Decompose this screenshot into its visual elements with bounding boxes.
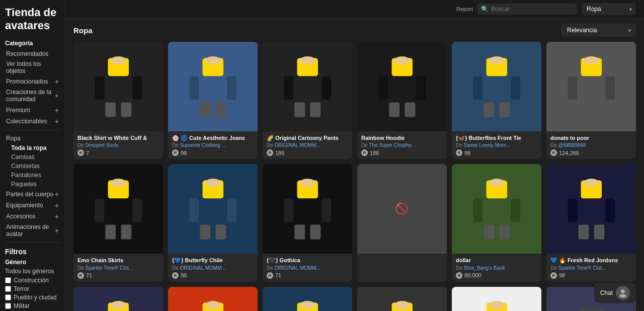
svg-rect-46 [132,199,142,222]
category-select[interactable]: Ropa Accesorios Equipamiento [582,3,636,15]
robux-icon: R [77,149,84,156]
item-card[interactable]: Emo Chain Skirts De Sparkle Time® Clot..… [73,164,163,281]
creator-name[interactable]: Sweet Lovely Mom... [464,142,511,148]
svg-rect-19 [294,102,305,117]
sidebar-item-recomendados[interactable]: Recomendados [5,49,60,59]
creator-name[interactable]: Sparkle Time® Clot... [558,265,606,271]
checkbox-input-construccion[interactable] [5,277,11,283]
item-card[interactable]: Rainbow Hoodie De The Super Chopho... R … [357,42,447,159]
sort-select[interactable]: Relevancia Precio ascendente Precio desc… [561,24,636,37]
item-card[interactable]: {🖤} Gothica De ORIGINAL MOMM... R 71 [263,164,352,281]
sidebar-subitem-camisetas[interactable]: Camisetas [9,162,60,171]
checkbox-input-pueblo[interactable] [5,294,11,300]
svg-rect-76 [594,224,604,239]
sidebar-item-coleccionables[interactable]: Coleccionables + [5,116,60,127]
creator-name[interactable]: @llllllllllllllllllll [558,142,586,148]
item-card[interactable]: Shorts [452,287,541,311]
item-card[interactable]: 🌸 🌀 Cute Aesthetic Jeans De Supreme Clot… [168,42,258,159]
item-card[interactable]: donate to poor De @llllllllllllllllllll … [546,42,636,159]
item-creator: De @llllllllllllllllllll [550,142,632,148]
sidebar-item-premium[interactable]: Premium + [5,105,60,116]
checkbox-input-terror[interactable] [5,286,11,292]
creator-name[interactable]: ORIGINAL MOMM... [275,265,320,271]
item-card[interactable]: ⚡Electro [263,287,352,311]
creator-name[interactable]: ORIGINAL MOMM... [275,142,320,148]
sidebar-item-creaciones[interactable]: Creaciones de la comunidad + [5,87,60,105]
categories-title: Categoría [5,40,60,47]
svg-rect-2 [103,76,134,102]
sidebar-subitem-camisas[interactable]: Camisas [9,152,60,162]
price-value: 80,000 [464,272,481,278]
creator-name[interactable]: Supreme Clothing ... [180,142,226,148]
checkbox-label-construccion: Construcción [14,277,49,284]
price-value: 98 [559,272,565,278]
sidebar-subitem-toda-ropa[interactable]: Toda la ropa [9,143,60,152]
item-name: {🖤} Gothica [267,257,348,264]
item-thumbnail [263,164,352,254]
search-input[interactable] [491,6,574,13]
svg-rect-41 [594,102,604,117]
price-value: 186 [275,150,284,156]
sidebar-item-equipamiento[interactable]: Equipamiento + [5,200,60,211]
item-card[interactable]: Black Shirt w White Cuff & De Dropped So… [73,42,163,159]
sidebar-item-ver-todos[interactable]: Ver todos los objetos [5,59,60,76]
item-card[interactable]: {💙} Butterfly Chile De ORIGINAL MOMM... … [168,164,258,281]
topbar: Report 🔍 Ropa Accesorios Equipamiento [65,0,644,19]
svg-rect-72 [576,199,607,225]
gender-all[interactable]: Todos los géneros [5,268,60,275]
creator-name[interactable]: Dropped Souls [86,142,119,148]
creator-name[interactable]: Shot_Bang's Bank [464,265,505,271]
svg-rect-20 [310,102,320,117]
svg-rect-73 [568,199,577,222]
creator-name[interactable]: The Super Chopho... [369,142,416,148]
item-name: 💙 🔥 Fresh Red Jordons [550,257,632,264]
creator-name[interactable]: Sparkle Time® Clot... [86,265,133,271]
sidebar-item-promocionados[interactable]: Promocionados + [5,76,60,87]
item-creator: De ORIGINAL MOMM... [172,265,254,271]
svg-point-1 [110,56,126,65]
item-card[interactable]: dollar De Shot_Bang's Bank R 80,000 [452,164,541,281]
sidebar-item-animaciones[interactable]: Animaciones de avatar + [5,222,60,240]
item-card[interactable]: Black and White [357,287,447,311]
plus-icon-partes: + [55,190,59,198]
item-info: 🌸 🌀 Cute Aesthetic Jeans De Supreme Clot… [168,131,258,159]
svg-rect-17 [284,76,293,100]
sidebar-subitem-paquetes[interactable]: Paquetes [9,180,60,189]
item-creator: De ORIGINAL MOMM... [267,142,348,148]
sidebar-item-accesorios[interactable]: Accesorios + [5,211,60,222]
sidebar-label-partes: Partes del cuerpo [6,191,53,198]
item-thumbnail [452,287,541,311]
item-card[interactable]: 🚫 [357,164,447,281]
item-info: 🌈 Original Cartoony Pants De ORIGINAL MO… [263,131,352,159]
item-card[interactable]: Michael Jordan [168,287,258,311]
chat-button[interactable]: Chat [594,283,636,303]
checkbox-militar[interactable]: Militar [5,302,60,309]
svg-rect-26 [389,102,399,117]
item-creator: De Supreme Clothing ... [172,142,254,148]
checkbox-pueblo[interactable]: Pueblo y ciudad [5,294,60,301]
plus-icon-creaciones: + [55,92,59,100]
plus-icon-coleccionables: + [55,117,59,125]
item-card[interactable]: 🌈 Original Cartoony Pants De ORIGINAL MO… [263,42,352,159]
svg-point-106 [489,301,504,309]
item-price: R 80,000 [456,272,537,279]
checkbox-terror[interactable]: Terror [5,285,60,292]
item-price: R 98 [172,149,254,156]
sidebar-item-partes[interactable]: Partes del cuerpo + [5,189,60,200]
svg-rect-69 [499,224,510,239]
creator-name[interactable]: ORIGINAL MOMM... [180,265,226,271]
item-thumbnail [168,42,258,131]
item-card[interactable]: {🦋} Butterflies Front Tie De Sweet Lovel… [452,42,541,159]
item-card[interactable]: 💙 🔥 Fresh Red Jordons De Sparkle Time® C… [546,164,636,281]
svg-rect-65 [481,199,512,225]
plus-icon-animaciones: + [55,226,59,235]
item-card[interactable]: Original [73,287,163,311]
svg-point-92 [299,301,315,309]
svg-point-71 [583,179,599,187]
content-header: Ropa Relevancia Precio ascendente Precio… [73,24,636,37]
checkbox-construccion[interactable]: Construcción [5,277,60,284]
checkbox-input-militar[interactable] [5,303,11,309]
svg-rect-16 [292,76,323,102]
sidebar-subitem-pantalones[interactable]: Pantalones [9,171,60,180]
sidebar-item-ropa[interactable]: Ropa [5,133,60,143]
